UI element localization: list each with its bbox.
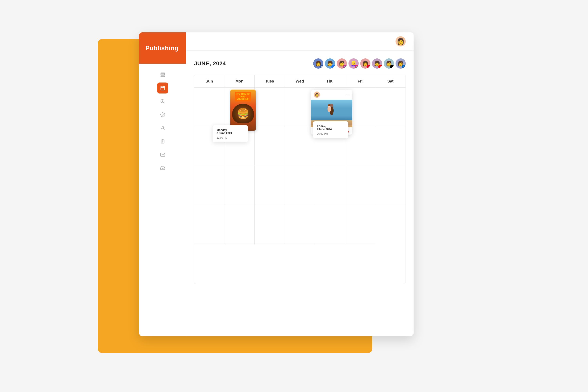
day-header-sat: Sat (375, 75, 406, 88)
calendar-cell-row3-sun[interactable] (194, 166, 224, 205)
nav-item-list[interactable] (157, 69, 168, 80)
social-avatar-pinterest[interactable]: 👩 P (360, 58, 370, 68)
calendar-body: IT'S TIME TO TREAT YOURSELF! 🍔 Monday, (194, 88, 406, 284)
calendar-cell-row4-sat[interactable] (375, 205, 406, 244)
calendar-cell-row4-mon[interactable] (224, 205, 254, 244)
social-avatar-instagram1[interactable]: 👩 📷 (337, 58, 347, 68)
calendar-cell-row1-sat[interactable] (375, 88, 406, 127)
svg-point-11 (162, 114, 163, 116)
post-card-burger[interactable]: IT'S TIME TO TREAT YOURSELF! 🍔 (230, 90, 256, 131)
calendar-cell-row3-wed[interactable] (285, 166, 315, 205)
sidebar-title: Publishing (146, 44, 178, 52)
nav-item-messages[interactable] (157, 149, 168, 160)
burger-text: IT'S TIME TO TREAT YOURSELF! (235, 92, 251, 101)
social-avatar-linkedin[interactable]: 👩 in (396, 58, 406, 68)
svg-rect-2 (161, 76, 165, 76)
sidebar-header: Publishing (139, 32, 186, 64)
social-avatar-tiktok[interactable]: 👩 ♪ (384, 58, 394, 68)
calendar-cell-row3-thu[interactable] (315, 166, 345, 205)
calendar-cell-row4-sun[interactable] (194, 205, 224, 244)
insta-more-options[interactable]: ··· (345, 93, 350, 97)
social-avatar-facebook1[interactable]: 👩 f (313, 58, 324, 68)
sidebar-nav (139, 64, 186, 336)
day-header-thu: Thu (315, 75, 345, 88)
user-avatar[interactable]: 👩 (396, 36, 406, 46)
svg-rect-13 (162, 139, 163, 140)
day-header-wed: Wed (285, 75, 315, 88)
day-header-fri: Fri (345, 75, 375, 88)
post-tooltip-burger: Monday, 3 June 2024 12:00 PM (213, 125, 248, 142)
calendar-cell-row3-sat[interactable] (375, 166, 406, 205)
calendar-days-header: Sun Mon Tues Wed Thu Fri Sat (194, 75, 406, 88)
insta-post-avatar: 👩 (314, 92, 320, 98)
calendar-cell-row1-mon[interactable]: IT'S TIME TO TREAT YOURSELF! 🍔 Monday, (224, 88, 254, 127)
social-avatars-list: 👩 f 👧 f 👩 📷 👱‍♀️ (313, 58, 406, 68)
calendar-header: JUNE, 2024 👩 f 👧 f 👩 📷 (194, 58, 406, 68)
burger-image: 🍔 (232, 104, 254, 123)
main-content: 👩 JUNE, 2024 👩 f 👧 f (186, 32, 414, 336)
calendar-cell-row2-tue[interactable] (254, 127, 285, 166)
post-tooltip-time-instagram: 06:00 PM (317, 132, 344, 135)
calendar-cell-row3-mon[interactable] (224, 166, 254, 205)
svg-point-12 (162, 126, 164, 128)
day-header-sun: Sun (194, 75, 224, 88)
svg-point-23 (328, 104, 331, 106)
social-avatar-instagram2[interactable]: 👱‍♀️ 📷 (348, 58, 359, 68)
calendar-cell-row4-fri[interactable] (345, 205, 375, 244)
nav-item-calendar[interactable] (157, 82, 168, 94)
post-tooltip-date-instagram: Friday, 7June 2024 (317, 124, 344, 131)
app-window: Publishing (139, 32, 414, 336)
svg-line-8 (164, 102, 165, 103)
calendar-cell-row1-sun[interactable] (194, 88, 224, 127)
insta-card-header: 👩 ··· (311, 90, 352, 100)
social-avatar-facebook2[interactable]: 👧 f (325, 58, 335, 68)
calendar-cell-row1-tue[interactable] (254, 88, 285, 127)
top-bar: 👩 (186, 32, 414, 50)
svg-rect-0 (161, 73, 165, 74)
svg-rect-1 (161, 74, 165, 75)
post-tooltip-instagram: Friday, 7June 2024 06:00 PM (313, 121, 348, 138)
nav-item-analytics[interactable] (157, 96, 168, 107)
day-header-tue: Tues (254, 75, 285, 88)
calendar-grid: Sun Mon Tues Wed Thu Fri Sat (194, 75, 406, 284)
svg-rect-3 (161, 86, 165, 90)
calendar-month-label: JUNE, 2024 (194, 60, 226, 67)
calendar-cell-row4-wed[interactable] (285, 205, 315, 244)
nav-item-audience[interactable] (157, 122, 168, 134)
nav-item-schedule[interactable] (157, 136, 168, 147)
sidebar: Publishing (139, 32, 186, 336)
day-header-mon: Mon (224, 75, 254, 88)
post-tooltip-time-burger: 12:00 PM (216, 136, 244, 139)
calendar-cell-row1-thu[interactable]: 👩 ··· (315, 88, 345, 127)
calendar-cell-row3-fri[interactable] (345, 166, 375, 205)
calendar-cell-row3-tue[interactable] (254, 166, 285, 205)
social-avatar-youtube[interactable]: 👧 ▶ (372, 58, 382, 68)
calendar-cell-row2-wed[interactable] (285, 127, 315, 166)
calendar-cell-row4-thu[interactable] (315, 205, 345, 244)
calendar-cell-row1-wed[interactable] (285, 88, 315, 127)
nav-item-inbox[interactable] (157, 162, 168, 174)
calendar-area: JUNE, 2024 👩 f 👧 f 👩 📷 (186, 50, 414, 336)
calendar-cell-row4-tue[interactable] (254, 205, 285, 244)
calendar-cell-row2-sat[interactable] (375, 127, 406, 166)
nav-item-settings[interactable] (157, 109, 168, 120)
post-tooltip-date-burger: Monday, 3 June 2024 (216, 128, 244, 135)
